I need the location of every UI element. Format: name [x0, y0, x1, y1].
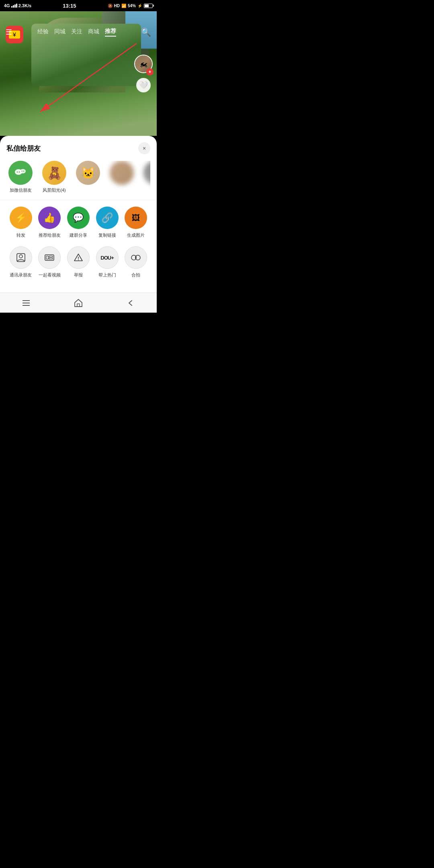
svg-point-7: [23, 171, 24, 172]
report-icon: [67, 246, 90, 269]
follow-plus-icon[interactable]: +: [146, 68, 154, 76]
action-recommend[interactable]: 👍 推荐给朋友: [37, 207, 61, 238]
tab-local[interactable]: 同城: [54, 28, 66, 36]
menu-icon[interactable]: ☰: [6, 28, 12, 37]
tab-follow[interactable]: 关注: [71, 28, 82, 36]
action-forward[interactable]: ⚡ 转发: [9, 207, 33, 238]
hot-label: 帮上热门: [98, 272, 116, 278]
nav-bar: ☰ 经验 同城 关注 商城 推荐 🔍: [0, 23, 157, 42]
tab-shop[interactable]: 商城: [88, 28, 99, 36]
action-hot[interactable]: DOU+ 帮上热门: [95, 246, 119, 278]
friend-wechat[interactable]: 加微信朋友: [6, 161, 35, 193]
friend-avatar-cat: 🐱: [76, 161, 100, 185]
signal-bars: [11, 4, 17, 8]
battery-icon: [144, 4, 153, 8]
svg-point-4: [17, 172, 18, 173]
svg-point-9: [19, 255, 23, 258]
gen-image-icon: 🖼: [125, 207, 147, 229]
battery-percent: 54%: [128, 4, 136, 8]
friend-avatar-blurred1: [110, 161, 134, 185]
contacts-label: 通讯录朋友: [10, 272, 32, 278]
friend-cat[interactable]: 🐱: [74, 161, 102, 193]
friend-blurred2[interactable]: [141, 161, 150, 193]
gen-image-label: 生成图片: [127, 232, 145, 238]
actions-row2: 通讯录朋友 一起看视频: [6, 246, 150, 278]
collab-icon: [125, 246, 147, 269]
svg-point-5: [19, 172, 20, 173]
watch-together-label: 一起看视频: [39, 272, 61, 278]
heart-icon[interactable]: 🤍: [136, 78, 151, 92]
friend-name-wechat: 加微信朋友: [10, 187, 32, 193]
svg-rect-13: [49, 258, 53, 259]
friends-list: 加微信朋友 🧸 风景阳光(4) 🐱: [6, 161, 150, 193]
friends-title: 私信给朋友: [6, 144, 41, 153]
actions-section: ⚡ 转发 👍 推荐给朋友 💬 建群分享 🔗 复制链接 🖼 生成图片: [0, 200, 157, 293]
tab-experience[interactable]: 经验: [37, 28, 49, 36]
collab-label: 合拍: [131, 272, 140, 278]
friend-cartoon[interactable]: 🧸 风景阳光(4): [40, 161, 68, 193]
friend-name-cartoon: 风景阳光(4): [43, 187, 66, 193]
action-collab[interactable]: 合拍: [124, 246, 148, 278]
bottom-sheet: 私信给朋友 × 加微信朋友: [0, 136, 157, 313]
close-button[interactable]: ×: [138, 142, 150, 154]
nav-menu-button[interactable]: [0, 293, 52, 313]
svg-rect-11: [46, 256, 48, 259]
recommend-icon: 👍: [38, 207, 61, 229]
group-share-icon: 💬: [67, 207, 90, 229]
copy-link-icon: 🔗: [96, 207, 119, 229]
friends-section: 私信给朋友 × 加微信朋友: [0, 142, 157, 200]
friend-avatar-wechat: [8, 161, 33, 185]
action-report[interactable]: 举报: [66, 246, 90, 278]
status-right: 🔕 HD 📶 54% ⚡: [108, 4, 153, 8]
svg-point-3: [20, 169, 26, 174]
avatar-area: 🏍 + 🤍: [134, 55, 153, 92]
action-contacts[interactable]: 通讯录朋友: [9, 246, 33, 278]
actions-row1: ⚡ 转发 👍 推荐给朋友 💬 建群分享 🔗 复制链接 🖼 生成图片: [6, 207, 150, 238]
svg-point-15: [78, 260, 79, 260]
action-watch-together[interactable]: 一起看视频: [37, 246, 61, 278]
group-share-label: 建群分享: [70, 232, 87, 238]
charging-icon: ⚡: [137, 4, 142, 8]
forward-label: 转发: [16, 232, 25, 238]
contacts-icon: [10, 246, 32, 269]
watch-together-icon: [38, 246, 61, 269]
search-icon[interactable]: 🔍: [141, 27, 151, 37]
notification-icon: 🔕: [108, 4, 113, 8]
svg-rect-21: [77, 304, 80, 307]
report-label: 举报: [74, 272, 83, 278]
time-label: 13:15: [63, 3, 76, 9]
nav-tabs: 经验 同城 关注 商城 推荐: [37, 28, 116, 37]
friend-blurred1[interactable]: [108, 161, 136, 193]
video-container: ☰ 经验 同城 关注 商城 推荐 🔍 ¥ 🏍 + 🤍: [0, 11, 157, 136]
hd-label: HD: [114, 4, 120, 8]
nav-back-button[interactable]: [104, 293, 157, 313]
status-bar: 4G 2.3K/s 13:15 🔕 HD 📶 54% ⚡: [0, 0, 157, 11]
friend-avatar-blurred2: [143, 161, 150, 185]
action-gen-image[interactable]: 🖼 生成图片: [124, 207, 148, 238]
friends-header: 私信给朋友 ×: [6, 142, 150, 154]
hot-icon: DOU+: [96, 246, 119, 269]
action-copy-link[interactable]: 🔗 复制链接: [95, 207, 119, 238]
forward-icon: ⚡: [10, 207, 32, 229]
friend-avatar-cartoon: 🧸: [42, 161, 66, 185]
recommend-label: 推荐给朋友: [39, 232, 61, 238]
wifi-icon: 📶: [121, 4, 126, 8]
svg-point-6: [21, 171, 22, 172]
svg-rect-12: [49, 256, 53, 257]
action-group-share[interactable]: 💬 建群分享: [66, 207, 90, 238]
user-avatar-container[interactable]: 🏍 +: [134, 55, 153, 73]
status-left: 4G 2.3K/s: [4, 3, 31, 8]
tab-recommend[interactable]: 推荐: [105, 28, 116, 37]
nav-home-button[interactable]: [52, 293, 104, 313]
bottom-nav: [0, 293, 157, 313]
speed-label: 2.3K/s: [18, 3, 31, 8]
copy-link-label: 复制链接: [98, 232, 116, 238]
carrier-label: 4G: [4, 3, 10, 8]
